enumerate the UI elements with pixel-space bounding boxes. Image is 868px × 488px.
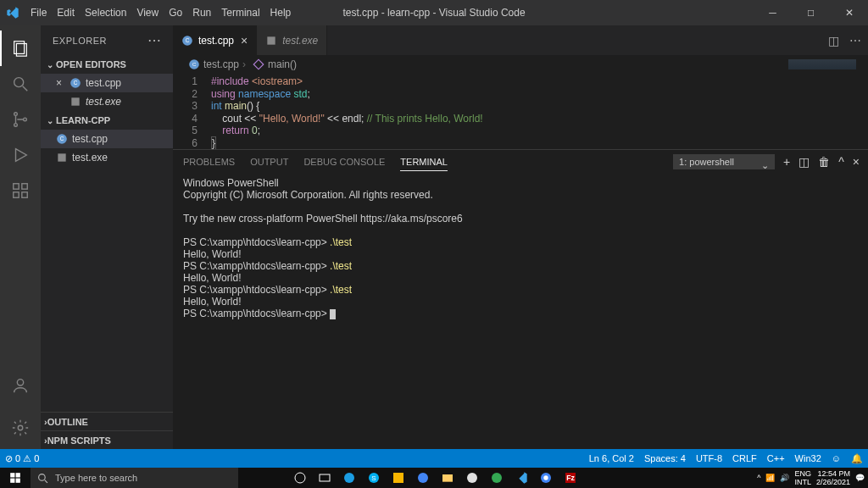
svg-rect-8 <box>14 184 19 189</box>
more-actions-icon[interactable]: ⋯ <box>849 34 861 47</box>
menu-run[interactable]: Run <box>187 7 216 19</box>
status-bell-icon[interactable]: 🔔 <box>846 453 868 464</box>
status-encoding[interactable]: UTF-8 <box>691 453 727 464</box>
menu-edit[interactable]: Edit <box>52 7 80 19</box>
svg-rect-39 <box>442 474 453 482</box>
tray-notifications-icon[interactable]: 💬 <box>855 474 865 482</box>
npm-scripts-section[interactable]: ›NPM SCRIPTS <box>41 430 173 449</box>
extensions-icon[interactable] <box>0 173 41 208</box>
tab-label: test.exe <box>282 35 318 47</box>
tab-debug-console[interactable]: DEBUG CONSOLE <box>303 153 385 170</box>
task-view-icon[interactable] <box>314 468 336 488</box>
svg-rect-26 <box>10 473 14 477</box>
menu-help[interactable]: Help <box>265 7 297 19</box>
svg-point-34 <box>344 473 354 483</box>
status-ln-col[interactable]: Ln 6, Col 2 <box>584 453 639 464</box>
file-label: test.exe <box>86 96 121 108</box>
menu-go[interactable]: Go <box>164 7 187 19</box>
maximize-panel-icon[interactable]: ^ <box>838 152 844 172</box>
tray-volume-icon[interactable]: 🔊 <box>780 474 789 482</box>
kill-terminal-icon[interactable]: 🗑 <box>818 152 830 172</box>
menu-selection[interactable]: Selection <box>80 7 131 19</box>
svg-point-38 <box>418 473 428 483</box>
skype-icon[interactable]: S <box>363 468 385 488</box>
app-icon[interactable] <box>486 468 508 488</box>
tab-test-cpp[interactable]: C test.cpp × <box>173 25 257 55</box>
close-button[interactable]: ✕ <box>830 0 868 25</box>
tab-problems[interactable]: PROBLEMS <box>183 153 235 170</box>
tray-language[interactable]: ENGINTL <box>794 469 811 486</box>
cortana-icon[interactable] <box>289 468 311 488</box>
app-icon[interactable] <box>461 468 483 488</box>
workspace-header[interactable]: ⌄LEARN-CPP <box>41 111 173 130</box>
code-editor[interactable]: 123456 #include <iostream> using namespa… <box>173 74 868 149</box>
source-control-icon[interactable] <box>0 102 41 137</box>
status-errors[interactable]: ⊘0⚠0 <box>0 453 44 464</box>
taskbar-apps: S Fz <box>289 468 581 488</box>
tray-clock[interactable]: 12:54 PM2/26/2021 <box>816 469 850 486</box>
svg-marker-7 <box>16 149 27 162</box>
svg-text:C: C <box>192 62 196 67</box>
menu-view[interactable]: View <box>131 7 164 19</box>
tray-chevron-icon[interactable]: ^ <box>757 474 760 482</box>
explorer-icon[interactable] <box>0 30 41 66</box>
tab-terminal[interactable]: TERMINAL <box>400 153 448 171</box>
run-debug-icon[interactable] <box>0 137 41 173</box>
svg-line-3 <box>23 86 28 92</box>
title-bar: File Edit Selection View Go Run Terminal… <box>0 0 868 25</box>
svg-text:S: S <box>371 474 376 482</box>
settings-gear-icon[interactable] <box>0 410 41 446</box>
start-button[interactable] <box>0 468 31 488</box>
system-tray[interactable]: ^ 📶 🔊 ENGINTL 12:54 PM2/26/2021 💬 <box>757 469 868 486</box>
terminal-selector[interactable]: 1: powershell⌄ <box>673 154 775 169</box>
search-icon <box>37 473 48 484</box>
tab-test-exe[interactable]: test.exe <box>257 25 327 55</box>
menu-file[interactable]: File <box>25 7 52 19</box>
explorer-icon[interactable] <box>437 468 459 488</box>
cpp-file-icon: C <box>181 35 193 47</box>
file-item[interactable]: test.exe <box>41 148 173 167</box>
minimize-button[interactable]: ─ <box>754 0 792 25</box>
status-spaces[interactable]: Spaces: 4 <box>639 453 691 464</box>
close-panel-icon[interactable]: × <box>853 152 860 172</box>
cpp-file-icon: C <box>56 133 68 145</box>
outline-section[interactable]: ›OUTLINE <box>41 412 173 430</box>
explorer-more-icon[interactable]: ⋯ <box>147 34 162 47</box>
menu-terminal[interactable]: Terminal <box>216 7 264 19</box>
minimap[interactable] <box>788 59 856 69</box>
explorer-sidebar: EXPLORER ⋯ ⌄OPEN EDITORS × C test.cpp te… <box>41 25 173 449</box>
status-lang[interactable]: C++ <box>762 453 790 464</box>
search-icon[interactable] <box>0 66 41 102</box>
breadcrumb[interactable]: C test.cpp › main() <box>173 55 868 74</box>
file-label: test.exe <box>72 152 108 164</box>
status-feedback-icon[interactable]: ☺ <box>826 453 846 464</box>
accounts-icon[interactable] <box>0 368 41 403</box>
file-item[interactable]: C test.cpp <box>41 130 173 148</box>
open-editor-item[interactable]: test.exe <box>41 92 173 111</box>
svg-point-41 <box>492 473 502 483</box>
filezilla-icon[interactable]: Fz <box>559 468 581 488</box>
vscode-icon[interactable] <box>510 468 532 488</box>
exe-file-icon <box>265 35 277 47</box>
maximize-button[interactable]: □ <box>792 0 830 25</box>
taskbar-search[interactable]: Type here to search <box>31 468 238 488</box>
open-editors-header[interactable]: ⌄OPEN EDITORS <box>41 55 173 74</box>
edge-icon[interactable] <box>338 468 360 488</box>
tab-output[interactable]: OUTPUT <box>250 153 288 170</box>
tray-wifi-icon[interactable]: 📶 <box>765 474 775 482</box>
split-terminal-icon[interactable]: ◫ <box>798 152 810 172</box>
terminal[interactable]: Windows PowerShell Copyright (C) Microso… <box>173 174 868 323</box>
close-icon[interactable]: × <box>56 77 66 89</box>
chrome-icon[interactable] <box>535 468 557 488</box>
app-icon[interactable] <box>387 468 409 488</box>
split-editor-icon[interactable]: ◫ <box>828 34 839 47</box>
status-target[interactable]: Win32 <box>790 453 826 464</box>
svg-rect-33 <box>320 474 330 481</box>
new-terminal-icon[interactable]: + <box>783 152 790 172</box>
status-eol[interactable]: CRLF <box>727 453 762 464</box>
open-editor-item[interactable]: × C test.cpp <box>41 74 173 92</box>
cpp-file-icon: C <box>188 58 200 70</box>
close-icon[interactable]: × <box>241 34 248 47</box>
svg-rect-19 <box>58 153 65 161</box>
app-icon[interactable] <box>412 468 434 488</box>
